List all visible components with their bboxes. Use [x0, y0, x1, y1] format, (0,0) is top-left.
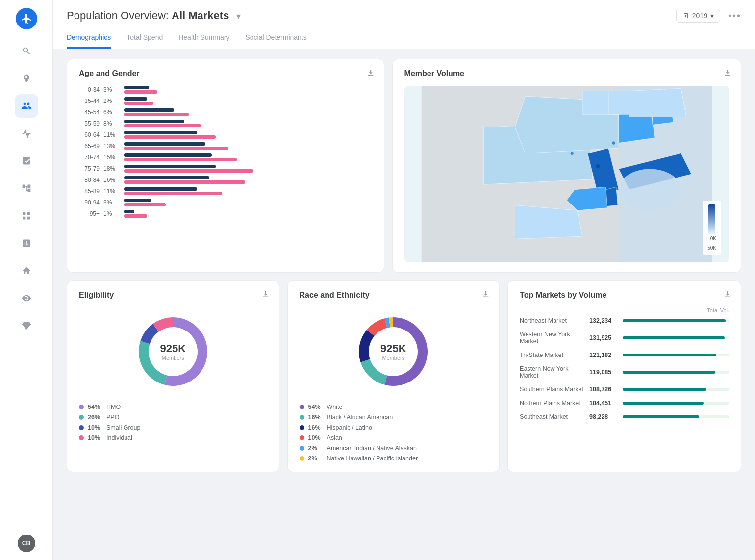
svg-marker-9	[608, 91, 632, 115]
legend-item: 26% PPO	[79, 414, 267, 421]
sidebar-item-search[interactable]	[15, 39, 38, 63]
svg-point-16	[596, 164, 600, 168]
market-bar-track	[623, 319, 729, 322]
race-ethnicity-download[interactable]	[481, 290, 490, 301]
male-bar	[124, 187, 197, 191]
market-bar-fill	[623, 319, 726, 322]
legend-item: 2% American Indian / Native Alaskan	[300, 445, 488, 452]
app-logo[interactable]	[16, 8, 37, 29]
age-row: 80-84 16%	[79, 176, 372, 184]
female-bar	[124, 180, 245, 184]
sidebar-item-grid[interactable]	[15, 204, 38, 228]
age-gender-title: Age and Gender	[79, 69, 372, 78]
legend-color-dot	[79, 415, 84, 420]
bottom-row: Eligibility 925K Members 54% HMO 26% PPO	[67, 280, 741, 472]
male-bar	[124, 153, 212, 157]
eligibility-title: Eligibility	[79, 291, 267, 300]
male-bar	[124, 108, 174, 112]
market-bar-fill	[623, 354, 716, 356]
legend-item: 16% Black / African American	[300, 414, 488, 421]
market-row: Southeast Market 98,228	[520, 413, 729, 420]
member-volume-card: Member Volume	[392, 59, 741, 273]
male-bar	[124, 165, 216, 168]
legend-item: 10% Small Group	[79, 424, 267, 431]
sidebar-item-people[interactable]	[15, 94, 38, 118]
legend-color-dot	[300, 405, 304, 409]
eligibility-legend: 54% HMO 26% PPO 10% Small Group 10% Indi…	[79, 404, 267, 441]
market-row: Northeast Market 132,234	[520, 317, 729, 324]
sidebar-item-chart[interactable]	[15, 231, 38, 255]
legend-item: 54% White	[300, 404, 488, 410]
male-bar	[124, 142, 205, 146]
svg-marker-10	[629, 88, 686, 117]
legend-item: 10% Asian	[300, 434, 488, 441]
title-dropdown-arrow[interactable]: ▾	[236, 11, 241, 21]
female-bar	[124, 158, 237, 161]
tab-demographics[interactable]: Demographics	[67, 28, 111, 49]
eligibility-download[interactable]	[261, 290, 270, 301]
content-area: Age and Gender 0-34 3% 35-44 2% 45-54 6%…	[53, 49, 755, 560]
user-avatar[interactable]: CB	[18, 535, 35, 552]
sidebar-item-location[interactable]	[15, 67, 38, 90]
eligibility-card: Eligibility 925K Members 54% HMO 26% PPO	[67, 280, 279, 472]
age-gender-download[interactable]	[366, 68, 375, 79]
market-bar-track	[623, 402, 729, 405]
donut-segment	[359, 330, 374, 362]
legend-color-dot	[79, 405, 84, 409]
top-markets-title: Top Markets by Volume	[520, 291, 729, 300]
male-bar	[124, 86, 149, 89]
age-gender-chart: 0-34 3% 35-44 2% 45-54 6% 55-59 8% 60-64…	[79, 86, 372, 218]
market-bar-fill	[623, 371, 715, 374]
sidebar-item-home[interactable]	[15, 259, 38, 282]
sidebar-item-health[interactable]	[15, 149, 38, 173]
market-bar-track	[623, 371, 729, 374]
age-row: 60-64 11%	[79, 131, 372, 139]
male-bar	[124, 199, 151, 202]
age-gender-card: Age and Gender 0-34 3% 35-44 2% 45-54 6%…	[67, 59, 384, 273]
market-bar-track	[623, 354, 729, 356]
calendar-icon: 🗓	[682, 12, 689, 20]
top-markets-download[interactable]	[723, 290, 732, 301]
market-bar-fill	[623, 388, 706, 391]
year-selector[interactable]: 🗓 2019 ▾	[676, 9, 720, 23]
market-bar-track	[623, 388, 729, 391]
legend-item: 10% Individual	[79, 434, 267, 441]
male-bar	[124, 120, 184, 123]
legend-color-dot	[300, 446, 304, 451]
male-bar	[124, 176, 209, 179]
market-row: Tri-State Market 121,182	[520, 352, 729, 358]
sidebar-item-activity[interactable]	[15, 122, 38, 145]
sidebar: CB	[0, 0, 53, 560]
sidebar-item-eye[interactable]	[15, 286, 38, 310]
donut-segment	[361, 359, 387, 384]
tab-health-summary[interactable]: Health Summary	[178, 28, 229, 49]
legend-item: 16% Hispanic / Latino	[300, 424, 488, 431]
male-bar	[124, 210, 134, 213]
tab-social-determinants[interactable]: Social Determinants	[245, 28, 306, 49]
year-dropdown-arrow: ▾	[710, 12, 714, 20]
sidebar-item-hierarchy[interactable]	[15, 177, 38, 200]
market-row: Nothern Plains Market 104,451	[520, 400, 729, 407]
race-ethnicity-legend: 54% White 16% Black / African American 1…	[300, 404, 488, 462]
sidebar-item-diamond[interactable]	[15, 314, 38, 337]
tab-total-spend[interactable]: Total Spend	[126, 28, 163, 49]
legend-item: 2% Native Hawaiian / Pacific Islander	[300, 455, 488, 462]
market-bar-track	[623, 415, 729, 418]
legend-color-dot	[300, 456, 304, 461]
svg-point-17	[570, 152, 573, 154]
more-options-button[interactable]: •••	[728, 10, 741, 22]
age-row: 55-59 8%	[79, 120, 372, 127]
female-bar	[124, 113, 189, 116]
page-title: Population Overview: All Markets ▾	[67, 9, 241, 22]
female-bar	[124, 135, 216, 139]
race-ethnicity-donut: 925K Members	[300, 307, 488, 396]
age-row: 45-54 6%	[79, 108, 372, 116]
market-row: Southern Plains Market 108,726	[520, 386, 729, 393]
eligibility-center-value: 925K	[160, 342, 186, 355]
legend-color-dot	[300, 435, 304, 440]
female-bar	[124, 203, 166, 206]
legend-item: 54% HMO	[79, 404, 267, 410]
member-volume-download[interactable]	[723, 68, 732, 79]
svg-marker-11	[605, 187, 617, 206]
age-row: 90-94 3%	[79, 199, 372, 206]
